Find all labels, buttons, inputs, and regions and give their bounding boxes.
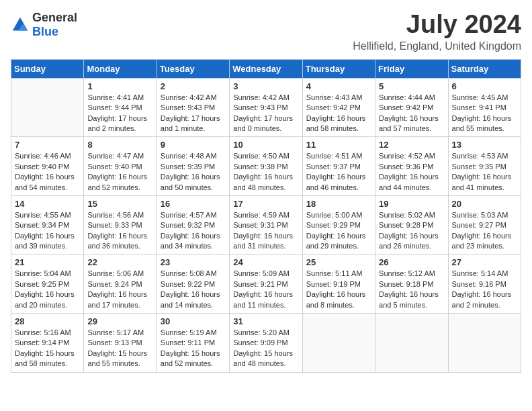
day-number: 19 [379, 199, 444, 209]
day-info: Sunrise: 4:50 AM Sunset: 9:38 PM Dayligh… [233, 151, 298, 193]
calendar-cell: 25Sunrise: 5:11 AM Sunset: 9:19 PM Dayli… [302, 255, 375, 314]
calendar-cell [11, 78, 84, 137]
day-number: 2 [161, 81, 226, 91]
calendar-cell: 22Sunrise: 5:06 AM Sunset: 9:24 PM Dayli… [84, 255, 157, 314]
calendar-cell: 21Sunrise: 5:04 AM Sunset: 9:25 PM Dayli… [11, 255, 84, 314]
calendar-cell: 27Sunrise: 5:14 AM Sunset: 9:16 PM Dayli… [448, 255, 521, 314]
day-info: Sunrise: 4:47 AM Sunset: 9:40 PM Dayligh… [87, 151, 152, 193]
day-info: Sunrise: 5:09 AM Sunset: 9:21 PM Dayligh… [233, 269, 298, 310]
week-row-5: 28Sunrise: 5:16 AM Sunset: 9:14 PM Dayli… [11, 314, 521, 373]
calendar-cell: 23Sunrise: 5:08 AM Sunset: 9:22 PM Dayli… [157, 255, 229, 314]
day-number: 17 [233, 199, 298, 209]
week-row-3: 14Sunrise: 4:55 AM Sunset: 9:34 PM Dayli… [11, 195, 521, 255]
day-header-wednesday: Wednesday [230, 59, 302, 78]
calendar-cell: 8Sunrise: 4:47 AM Sunset: 9:40 PM Daylig… [84, 137, 157, 196]
day-info: Sunrise: 4:55 AM Sunset: 9:34 PM Dayligh… [15, 210, 80, 252]
day-number: 14 [15, 199, 80, 209]
day-number: 22 [87, 257, 152, 267]
day-info: Sunrise: 4:57 AM Sunset: 9:32 PM Dayligh… [161, 210, 226, 252]
day-number: 13 [452, 140, 517, 150]
day-number: 31 [233, 316, 298, 326]
day-number: 28 [15, 316, 80, 326]
day-info: Sunrise: 4:43 AM Sunset: 9:42 PM Dayligh… [306, 93, 371, 134]
logo: General Blue [11, 11, 77, 39]
week-row-4: 21Sunrise: 5:04 AM Sunset: 9:25 PM Dayli… [11, 255, 521, 314]
calendar-cell: 2Sunrise: 4:42 AM Sunset: 9:43 PM Daylig… [157, 78, 229, 137]
calendar-cell: 30Sunrise: 5:19 AM Sunset: 9:11 PM Dayli… [157, 314, 229, 373]
day-info: Sunrise: 4:41 AM Sunset: 9:44 PM Dayligh… [87, 93, 152, 134]
day-header-friday: Friday [375, 59, 448, 78]
day-header-thursday: Thursday [302, 59, 375, 78]
day-info: Sunrise: 4:59 AM Sunset: 9:31 PM Dayligh… [233, 210, 298, 252]
calendar-cell: 6Sunrise: 4:45 AM Sunset: 9:41 PM Daylig… [448, 78, 521, 137]
day-info: Sunrise: 5:06 AM Sunset: 9:24 PM Dayligh… [87, 269, 152, 310]
day-info: Sunrise: 5:14 AM Sunset: 9:16 PM Dayligh… [452, 269, 517, 310]
calendar-cell: 5Sunrise: 4:44 AM Sunset: 9:42 PM Daylig… [375, 78, 448, 137]
month-title: July 2024 [353, 11, 521, 39]
calendar-cell [302, 314, 375, 373]
day-number: 6 [452, 81, 517, 91]
day-info: Sunrise: 4:51 AM Sunset: 9:37 PM Dayligh… [306, 151, 371, 193]
day-header-tuesday: Tuesday [157, 59, 229, 78]
day-info: Sunrise: 4:42 AM Sunset: 9:43 PM Dayligh… [233, 93, 298, 134]
day-info: Sunrise: 5:16 AM Sunset: 9:14 PM Dayligh… [15, 328, 80, 369]
day-number: 10 [233, 140, 298, 150]
location-title: Hellifield, England, United Kingdom [353, 40, 521, 52]
day-number: 27 [452, 257, 517, 267]
calendar-cell: 24Sunrise: 5:09 AM Sunset: 9:21 PM Dayli… [230, 255, 302, 314]
day-number: 16 [161, 199, 226, 209]
day-info: Sunrise: 5:03 AM Sunset: 9:27 PM Dayligh… [452, 210, 517, 252]
day-number: 30 [161, 316, 226, 326]
calendar-cell: 12Sunrise: 4:52 AM Sunset: 9:36 PM Dayli… [375, 137, 448, 196]
day-number: 3 [233, 81, 298, 91]
day-info: Sunrise: 4:56 AM Sunset: 9:33 PM Dayligh… [87, 210, 152, 252]
day-info: Sunrise: 5:12 AM Sunset: 9:18 PM Dayligh… [379, 269, 444, 310]
day-info: Sunrise: 4:52 AM Sunset: 9:36 PM Dayligh… [379, 151, 444, 193]
day-number: 12 [379, 140, 444, 150]
calendar-cell: 10Sunrise: 4:50 AM Sunset: 9:38 PM Dayli… [230, 137, 302, 196]
calendar-table: SundayMondayTuesdayWednesdayThursdayFrid… [11, 59, 521, 373]
calendar-cell: 4Sunrise: 4:43 AM Sunset: 9:42 PM Daylig… [302, 78, 375, 137]
calendar-cell [448, 314, 521, 373]
day-number: 24 [233, 257, 298, 267]
day-number: 18 [306, 199, 371, 209]
calendar-cell [375, 314, 448, 373]
day-number: 21 [15, 257, 80, 267]
calendar-cell: 19Sunrise: 5:02 AM Sunset: 9:28 PM Dayli… [375, 195, 448, 255]
day-number: 1 [87, 81, 152, 91]
day-number: 15 [87, 199, 152, 209]
day-info: Sunrise: 5:00 AM Sunset: 9:29 PM Dayligh… [306, 210, 371, 252]
calendar-cell: 28Sunrise: 5:16 AM Sunset: 9:14 PM Dayli… [11, 314, 84, 373]
logo-general: General [32, 11, 77, 24]
logo-icon [11, 15, 30, 34]
day-info: Sunrise: 5:17 AM Sunset: 9:13 PM Dayligh… [87, 328, 152, 369]
day-header-saturday: Saturday [448, 59, 521, 78]
day-number: 9 [161, 140, 226, 150]
day-number: 4 [306, 81, 371, 91]
day-info: Sunrise: 4:42 AM Sunset: 9:43 PM Dayligh… [161, 93, 226, 134]
day-number: 20 [452, 199, 517, 209]
calendar-cell: 1Sunrise: 4:41 AM Sunset: 9:44 PM Daylig… [84, 78, 157, 137]
calendar-header: SundayMondayTuesdayWednesdayThursdayFrid… [11, 59, 521, 78]
day-header-monday: Monday [84, 59, 157, 78]
calendar-cell: 9Sunrise: 4:48 AM Sunset: 9:39 PM Daylig… [157, 137, 229, 196]
day-info: Sunrise: 4:44 AM Sunset: 9:42 PM Dayligh… [379, 93, 444, 134]
calendar-cell: 15Sunrise: 4:56 AM Sunset: 9:33 PM Dayli… [84, 195, 157, 255]
calendar-cell: 18Sunrise: 5:00 AM Sunset: 9:29 PM Dayli… [302, 195, 375, 255]
day-info: Sunrise: 5:02 AM Sunset: 9:28 PM Dayligh… [379, 210, 444, 252]
day-info: Sunrise: 5:04 AM Sunset: 9:25 PM Dayligh… [15, 269, 80, 310]
day-info: Sunrise: 4:48 AM Sunset: 9:39 PM Dayligh… [161, 151, 226, 193]
calendar-cell: 14Sunrise: 4:55 AM Sunset: 9:34 PM Dayli… [11, 195, 84, 255]
day-number: 7 [15, 140, 80, 150]
logo-blue: Blue [32, 25, 58, 38]
header: General Blue July 2024 Hellifield, Engla… [11, 11, 521, 52]
day-number: 25 [306, 257, 371, 267]
day-number: 29 [87, 316, 152, 326]
week-row-2: 7Sunrise: 4:46 AM Sunset: 9:40 PM Daylig… [11, 137, 521, 196]
calendar-cell: 16Sunrise: 4:57 AM Sunset: 9:32 PM Dayli… [157, 195, 229, 255]
calendar-cell: 11Sunrise: 4:51 AM Sunset: 9:37 PM Dayli… [302, 137, 375, 196]
day-number: 11 [306, 140, 371, 150]
day-number: 23 [161, 257, 226, 267]
calendar-cell: 17Sunrise: 4:59 AM Sunset: 9:31 PM Dayli… [230, 195, 302, 255]
calendar-cell: 29Sunrise: 5:17 AM Sunset: 9:13 PM Dayli… [84, 314, 157, 373]
